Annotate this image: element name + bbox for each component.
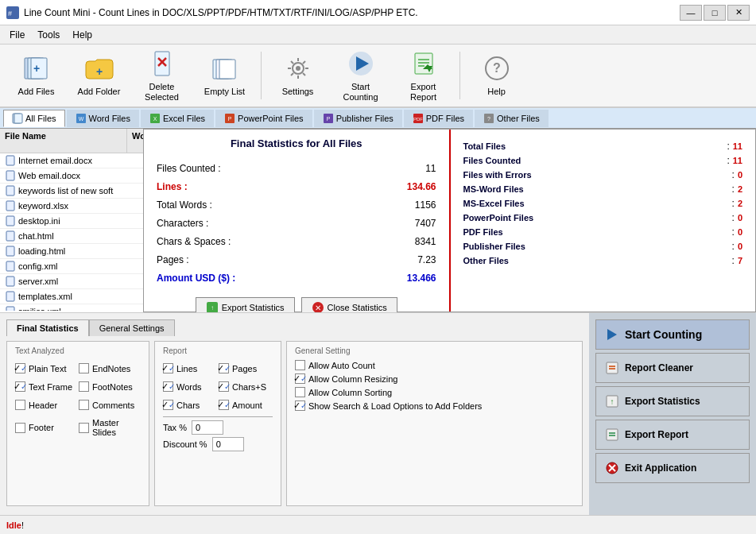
stat-right-label: Total Files bbox=[463, 141, 724, 151]
check-footer[interactable]: Footer bbox=[15, 418, 77, 437]
export-report-side-button[interactable]: Export Report bbox=[595, 420, 750, 450]
check-master-slides[interactable]: Master Slides bbox=[79, 418, 141, 437]
discount-label: Discount % bbox=[163, 439, 207, 449]
check-lines[interactable]: ✓Lines bbox=[163, 363, 217, 373]
file-icon bbox=[5, 230, 16, 242]
export-statistics-side-label: Export Statistics bbox=[625, 396, 700, 407]
svg-text:+: + bbox=[33, 62, 39, 75]
tab-powerpoint-files[interactable]: P PowerPoint Files bbox=[215, 110, 312, 127]
svg-rect-12 bbox=[219, 60, 235, 79]
svg-rect-48 bbox=[6, 171, 14, 180]
pdf-files-tab-icon: PDF bbox=[413, 113, 424, 124]
cell-filename: config.xml bbox=[0, 259, 127, 273]
svg-text:W: W bbox=[78, 116, 83, 122]
check-column-resize[interactable]: ✓Allow Column Resizing bbox=[295, 373, 574, 384]
add-folder-button[interactable]: + Add Folder bbox=[69, 48, 129, 103]
svg-rect-7 bbox=[155, 52, 169, 75]
check-header[interactable]: Header bbox=[15, 400, 77, 410]
svg-rect-68 bbox=[607, 429, 618, 440]
stat-right-value: 2 bbox=[738, 199, 742, 208]
stat-right-value: 0 bbox=[738, 213, 742, 222]
minimize-button[interactable]: — bbox=[680, 5, 702, 21]
stat-value: 7407 bbox=[415, 218, 436, 229]
start-counting-button[interactable]: Start Counting bbox=[331, 48, 390, 103]
tab-other-files[interactable]: ? Other Files bbox=[475, 110, 549, 127]
check-chars-s[interactable]: ✓Chars+S bbox=[219, 381, 273, 392]
tax-input[interactable] bbox=[192, 420, 223, 435]
stat-right-value: 0 bbox=[738, 170, 742, 180]
exit-application-button[interactable]: Exit Application bbox=[595, 453, 750, 483]
tab-publisher-files[interactable]: P Publisher Files bbox=[314, 110, 402, 127]
report-cleaner-button[interactable]: Report Cleaner bbox=[595, 353, 750, 383]
delete-selected-button[interactable]: Delete Selected bbox=[132, 48, 192, 103]
stat-right-label: PowerPoint Files bbox=[463, 213, 729, 222]
settings-button[interactable]: Settings bbox=[268, 48, 328, 103]
discount-input[interactable] bbox=[212, 437, 244, 451]
check-endnotes[interactable]: EndNotes bbox=[79, 363, 141, 373]
stat-label: Amount USD ($) : bbox=[157, 273, 235, 284]
start-counting-side-button[interactable]: Start Counting bbox=[595, 319, 750, 350]
empty-list-label: Empty List bbox=[204, 87, 245, 97]
menu-help[interactable]: Help bbox=[66, 28, 99, 42]
menu-tools[interactable]: Tools bbox=[31, 28, 66, 42]
exit-application-label: Exit Application bbox=[625, 462, 696, 474]
cell-filename: templates.xml bbox=[0, 289, 127, 304]
tab-word-files[interactable]: W Word Files bbox=[67, 110, 139, 127]
check-amount[interactable]: ✓Amount bbox=[219, 400, 273, 410]
check-column-sort[interactable]: Allow Column Sorting bbox=[295, 387, 574, 397]
stat-label: Total Words : bbox=[157, 199, 212, 211]
tab-final-statistics[interactable]: Final Statistics bbox=[6, 319, 89, 336]
check-words[interactable]: ✓Words bbox=[163, 381, 217, 392]
stat-value: 8341 bbox=[415, 236, 436, 247]
svg-rect-34 bbox=[14, 114, 22, 123]
svg-marker-62 bbox=[607, 329, 617, 340]
cell-filename: chat.html bbox=[0, 229, 127, 243]
check-comments[interactable]: Comments bbox=[79, 400, 141, 410]
cell-filename: server.xml bbox=[0, 274, 127, 288]
stat-value: 134.66 bbox=[407, 181, 436, 192]
check-footnotes[interactable]: FootNotes bbox=[79, 381, 141, 392]
toolbar: + Add Files + Add Folder Delete Selected… bbox=[0, 44, 756, 108]
stat-value: 13.466 bbox=[407, 273, 436, 284]
empty-list-button[interactable]: Empty List bbox=[195, 48, 254, 103]
stat-value: 11 bbox=[425, 163, 436, 174]
tab-pdf-files[interactable]: PDF PDF Files bbox=[404, 110, 473, 127]
file-icon bbox=[5, 291, 16, 302]
svg-text:PDF: PDF bbox=[413, 117, 423, 122]
stat-right-label: Files with Errors bbox=[463, 170, 729, 180]
check-auto-count[interactable]: Allow Auto Count bbox=[295, 360, 574, 370]
exit-icon bbox=[604, 460, 620, 476]
tab-general-settings[interactable]: General Settings bbox=[89, 319, 175, 336]
filelist-area: File Name Words Pages Chars Chars & Spac… bbox=[0, 129, 756, 313]
check-show-search[interactable]: ✓Show Search & Load Options to Add Folde… bbox=[295, 400, 574, 411]
pub-files-tab-icon: P bbox=[323, 113, 334, 124]
add-files-button[interactable]: + Add Files bbox=[6, 48, 66, 103]
cell-filename: desktop.ini bbox=[0, 214, 127, 228]
export-report-button[interactable]: Export Report bbox=[394, 48, 453, 103]
help-button[interactable]: ? Help bbox=[467, 48, 526, 103]
file-icon bbox=[5, 200, 16, 211]
cell-filename: keywords list of new soft bbox=[0, 184, 127, 198]
svg-text:P: P bbox=[228, 116, 232, 122]
stat-right-label: Other Files bbox=[463, 256, 729, 265]
stat-right-row: Files with Errors:0 bbox=[463, 169, 743, 180]
check-pages[interactable]: ✓Pages bbox=[219, 363, 273, 373]
close-button[interactable]: ✕ bbox=[727, 5, 750, 21]
maximize-button[interactable]: □ bbox=[704, 5, 726, 21]
check-text-frame[interactable]: ✓Text Frame bbox=[15, 381, 77, 392]
svg-text:?: ? bbox=[487, 116, 490, 122]
tab-all-files[interactable]: All Files bbox=[3, 110, 65, 127]
start-counting-side-label: Start Counting bbox=[625, 328, 702, 341]
check-chars[interactable]: ✓Chars bbox=[163, 400, 217, 410]
report-title: Report bbox=[163, 346, 273, 355]
export-statistics-side-button[interactable]: ↑ Export Statistics bbox=[595, 386, 750, 416]
general-setting-group: General Setting Allow Auto Count ✓Allow … bbox=[286, 341, 583, 506]
close-stats-icon: ✕ bbox=[312, 301, 324, 313]
menu-file[interactable]: File bbox=[3, 28, 31, 42]
close-statistics-button[interactable]: ✕ Close Statistics bbox=[301, 297, 397, 313]
tab-excel-files[interactable]: X Excel Files bbox=[141, 110, 214, 127]
stats-buttons: ↑ Export Statistics ✕ Close Statistics bbox=[157, 297, 436, 313]
add-files-label: Add Files bbox=[18, 87, 55, 97]
check-plain-text[interactable]: ✓Plain Text bbox=[15, 363, 77, 373]
export-statistics-button[interactable]: ↑ Export Statistics bbox=[196, 297, 295, 313]
